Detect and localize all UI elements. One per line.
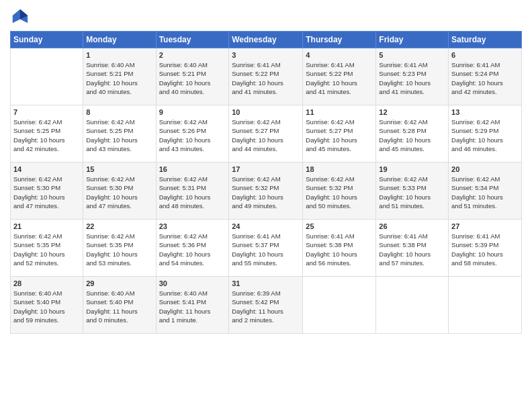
day-number: 9 bbox=[159, 108, 226, 116]
weekday-header-thursday: Thursday bbox=[303, 32, 376, 48]
day-info: Sunrise: 6:42 AM Sunset: 5:27 PM Dayligh… bbox=[306, 118, 373, 153]
calendar-cell: 24Sunrise: 6:41 AM Sunset: 5:37 PM Dayli… bbox=[229, 220, 303, 277]
calendar-cell: 12Sunrise: 6:42 AM Sunset: 5:28 PM Dayli… bbox=[376, 105, 449, 163]
day-number: 11 bbox=[306, 108, 373, 116]
day-info: Sunrise: 6:41 AM Sunset: 5:39 PM Dayligh… bbox=[451, 232, 519, 267]
day-info: Sunrise: 6:40 AM Sunset: 5:40 PM Dayligh… bbox=[86, 289, 152, 324]
calendar-cell: 7Sunrise: 6:42 AM Sunset: 5:25 PM Daylig… bbox=[11, 105, 83, 163]
calendar-cell: 5Sunrise: 6:41 AM Sunset: 5:23 PM Daylig… bbox=[376, 48, 449, 105]
day-number: 21 bbox=[13, 222, 80, 230]
calendar-cell: 13Sunrise: 6:42 AM Sunset: 5:29 PM Dayli… bbox=[449, 105, 522, 163]
day-info: Sunrise: 6:42 AM Sunset: 5:27 PM Dayligh… bbox=[232, 118, 300, 153]
calendar-cell bbox=[11, 48, 83, 105]
weekday-header-sunday: Sunday bbox=[11, 32, 83, 48]
day-number: 31 bbox=[232, 279, 300, 287]
day-number: 20 bbox=[451, 165, 519, 173]
day-info: Sunrise: 6:39 AM Sunset: 5:42 PM Dayligh… bbox=[232, 289, 300, 324]
day-info: Sunrise: 6:40 AM Sunset: 5:21 PM Dayligh… bbox=[159, 60, 226, 96]
day-number: 12 bbox=[379, 108, 445, 116]
day-info: Sunrise: 6:42 AM Sunset: 5:34 PM Dayligh… bbox=[451, 175, 519, 210]
calendar-table: SundayMondayTuesdayWednesdayThursdayFrid… bbox=[10, 31, 522, 334]
day-number: 26 bbox=[379, 222, 445, 230]
day-number: 4 bbox=[306, 51, 373, 59]
weekday-header-wednesday: Wednesday bbox=[229, 32, 303, 48]
calendar-cell: 15Sunrise: 6:42 AM Sunset: 5:30 PM Dayli… bbox=[83, 163, 156, 220]
day-number: 7 bbox=[13, 108, 80, 116]
day-number: 8 bbox=[86, 108, 152, 116]
day-number: 6 bbox=[451, 51, 519, 59]
day-info: Sunrise: 6:42 AM Sunset: 5:30 PM Dayligh… bbox=[13, 175, 80, 210]
day-number: 13 bbox=[451, 108, 519, 116]
weekday-header-monday: Monday bbox=[83, 32, 156, 48]
logo-icon bbox=[10, 7, 29, 26]
weekday-header-saturday: Saturday bbox=[449, 32, 522, 48]
day-number: 18 bbox=[306, 165, 373, 173]
day-info: Sunrise: 6:42 AM Sunset: 5:28 PM Dayligh… bbox=[379, 118, 445, 153]
calendar-cell: 2Sunrise: 6:40 AM Sunset: 5:21 PM Daylig… bbox=[156, 48, 229, 105]
day-info: Sunrise: 6:40 AM Sunset: 5:21 PM Dayligh… bbox=[86, 60, 152, 96]
day-info: Sunrise: 6:42 AM Sunset: 5:29 PM Dayligh… bbox=[451, 118, 519, 153]
day-info: Sunrise: 6:41 AM Sunset: 5:38 PM Dayligh… bbox=[306, 232, 373, 267]
week-row-2: 7Sunrise: 6:42 AM Sunset: 5:25 PM Daylig… bbox=[11, 105, 522, 163]
day-number: 24 bbox=[232, 222, 300, 230]
day-number: 5 bbox=[379, 51, 445, 59]
calendar-cell: 16Sunrise: 6:42 AM Sunset: 5:31 PM Dayli… bbox=[156, 163, 229, 220]
day-info: Sunrise: 6:42 AM Sunset: 5:36 PM Dayligh… bbox=[159, 232, 226, 267]
day-number: 25 bbox=[306, 222, 373, 230]
calendar-cell: 18Sunrise: 6:42 AM Sunset: 5:32 PM Dayli… bbox=[303, 163, 376, 220]
week-row-3: 14Sunrise: 6:42 AM Sunset: 5:30 PM Dayli… bbox=[11, 163, 522, 220]
day-number: 14 bbox=[13, 165, 80, 173]
day-info: Sunrise: 6:42 AM Sunset: 5:30 PM Dayligh… bbox=[86, 175, 152, 210]
day-info: Sunrise: 6:42 AM Sunset: 5:26 PM Dayligh… bbox=[159, 118, 226, 153]
day-number: 22 bbox=[86, 222, 152, 230]
day-info: Sunrise: 6:41 AM Sunset: 5:23 PM Dayligh… bbox=[379, 60, 445, 96]
day-info: Sunrise: 6:42 AM Sunset: 5:32 PM Dayligh… bbox=[306, 175, 373, 210]
header bbox=[10, 7, 522, 26]
day-info: Sunrise: 6:41 AM Sunset: 5:24 PM Dayligh… bbox=[451, 60, 519, 96]
day-info: Sunrise: 6:42 AM Sunset: 5:35 PM Dayligh… bbox=[86, 232, 152, 267]
day-info: Sunrise: 6:41 AM Sunset: 5:38 PM Dayligh… bbox=[379, 232, 445, 267]
day-number: 2 bbox=[159, 51, 226, 59]
week-row-1: 1Sunrise: 6:40 AM Sunset: 5:21 PM Daylig… bbox=[11, 48, 522, 105]
calendar-cell: 19Sunrise: 6:42 AM Sunset: 5:33 PM Dayli… bbox=[376, 163, 449, 220]
day-info: Sunrise: 6:42 AM Sunset: 5:31 PM Dayligh… bbox=[159, 175, 226, 210]
calendar-cell: 1Sunrise: 6:40 AM Sunset: 5:21 PM Daylig… bbox=[83, 48, 156, 105]
day-info: Sunrise: 6:42 AM Sunset: 5:33 PM Dayligh… bbox=[379, 175, 445, 210]
day-number: 27 bbox=[451, 222, 519, 230]
weekday-header-friday: Friday bbox=[376, 32, 449, 48]
day-info: Sunrise: 6:40 AM Sunset: 5:40 PM Dayligh… bbox=[13, 289, 80, 324]
day-number: 23 bbox=[159, 222, 226, 230]
day-number: 10 bbox=[232, 108, 300, 116]
day-number: 17 bbox=[232, 165, 300, 173]
day-info: Sunrise: 6:42 AM Sunset: 5:25 PM Dayligh… bbox=[86, 118, 152, 153]
calendar-cell: 11Sunrise: 6:42 AM Sunset: 5:27 PM Dayli… bbox=[303, 105, 376, 163]
calendar-cell: 10Sunrise: 6:42 AM Sunset: 5:27 PM Dayli… bbox=[229, 105, 303, 163]
day-info: Sunrise: 6:40 AM Sunset: 5:41 PM Dayligh… bbox=[159, 289, 226, 324]
day-number: 28 bbox=[13, 279, 80, 287]
calendar-cell: 25Sunrise: 6:41 AM Sunset: 5:38 PM Dayli… bbox=[303, 220, 376, 277]
calendar-cell: 23Sunrise: 6:42 AM Sunset: 5:36 PM Dayli… bbox=[156, 220, 229, 277]
calendar-cell: 30Sunrise: 6:40 AM Sunset: 5:41 PM Dayli… bbox=[156, 277, 229, 334]
calendar-cell bbox=[376, 277, 449, 334]
calendar-cell: 14Sunrise: 6:42 AM Sunset: 5:30 PM Dayli… bbox=[11, 163, 83, 220]
day-number: 16 bbox=[159, 165, 226, 173]
weekday-header-row: SundayMondayTuesdayWednesdayThursdayFrid… bbox=[11, 32, 522, 48]
day-info: Sunrise: 6:42 AM Sunset: 5:25 PM Dayligh… bbox=[13, 118, 80, 153]
week-row-4: 21Sunrise: 6:42 AM Sunset: 5:35 PM Dayli… bbox=[11, 220, 522, 277]
day-number: 15 bbox=[86, 165, 152, 173]
calendar-cell: 21Sunrise: 6:42 AM Sunset: 5:35 PM Dayli… bbox=[11, 220, 83, 277]
day-info: Sunrise: 6:41 AM Sunset: 5:22 PM Dayligh… bbox=[306, 60, 373, 96]
day-info: Sunrise: 6:42 AM Sunset: 5:32 PM Dayligh… bbox=[232, 175, 300, 210]
calendar-cell: 4Sunrise: 6:41 AM Sunset: 5:22 PM Daylig… bbox=[303, 48, 376, 105]
calendar-cell: 31Sunrise: 6:39 AM Sunset: 5:42 PM Dayli… bbox=[229, 277, 303, 334]
calendar-cell: 6Sunrise: 6:41 AM Sunset: 5:24 PM Daylig… bbox=[449, 48, 522, 105]
calendar-cell: 27Sunrise: 6:41 AM Sunset: 5:39 PM Dayli… bbox=[449, 220, 522, 277]
day-info: Sunrise: 6:41 AM Sunset: 5:37 PM Dayligh… bbox=[232, 232, 300, 267]
calendar-cell: 29Sunrise: 6:40 AM Sunset: 5:40 PM Dayli… bbox=[83, 277, 156, 334]
calendar-cell: 20Sunrise: 6:42 AM Sunset: 5:34 PM Dayli… bbox=[449, 163, 522, 220]
day-number: 30 bbox=[159, 279, 226, 287]
calendar-cell bbox=[303, 277, 376, 334]
calendar-page: SundayMondayTuesdayWednesdayThursdayFrid… bbox=[0, 0, 532, 411]
day-info: Sunrise: 6:41 AM Sunset: 5:22 PM Dayligh… bbox=[232, 60, 300, 96]
day-number: 19 bbox=[379, 165, 445, 173]
